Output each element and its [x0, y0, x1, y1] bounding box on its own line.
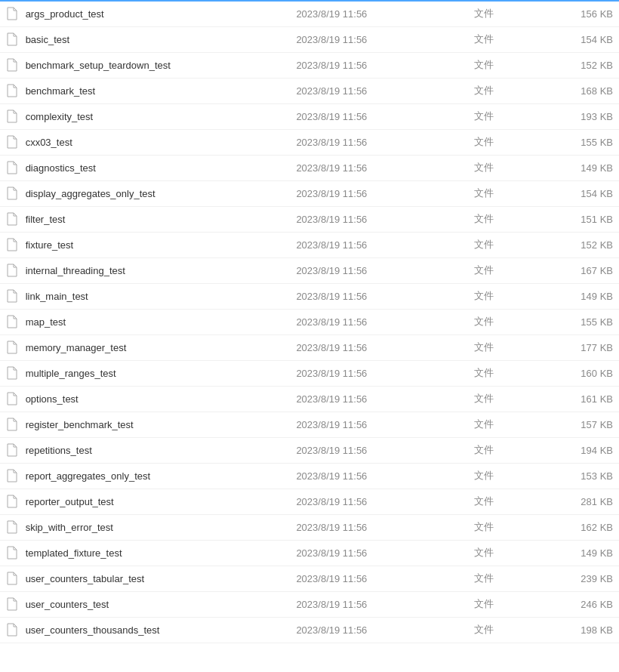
table-row[interactable]: user_counters_tabular_test 2023/8/19 11:… [0, 566, 619, 591]
table-row[interactable]: skip_with_error_test 2023/8/19 11:56 文件 … [0, 514, 619, 540]
file-icon [6, 341, 18, 354]
table-row[interactable]: templated_fixture_test 2023/8/19 11:56 文… [0, 540, 619, 566]
file-size: 157 KB [522, 412, 619, 437]
table-row[interactable]: display_aggregates_only_test 2023/8/19 1… [0, 180, 619, 206]
file-size: 152 KB [522, 232, 619, 257]
file-name: register_benchmark_test [26, 419, 134, 430]
file-icon [6, 186, 18, 200]
table-row[interactable]: basic_test 2023/8/19 11:56 文件 154 KB [0, 26, 619, 52]
table-row[interactable]: map_test 2023/8/19 11:56 文件 155 KB [0, 309, 619, 334]
file-name-cell: map_test [0, 309, 290, 334]
table-row[interactable]: options_test 2023/8/19 11:56 文件 161 KB [0, 386, 619, 412]
file-name: reporter_output_test [26, 496, 114, 507]
file-date: 2023/8/19 11:56 [290, 129, 445, 155]
file-size: 154 KB [522, 180, 619, 206]
table-row[interactable]: multiple_ranges_test 2023/8/19 11:56 文件 … [0, 360, 619, 386]
file-type: 文件 [445, 78, 522, 103]
file-size: 154 KB [522, 26, 619, 52]
table-row[interactable]: benchmark_test 2023/8/19 11:56 文件 168 KB [0, 78, 619, 103]
file-name: user_counters_test [26, 599, 109, 610]
file-name-cell: benchmark_setup_teardown_test [0, 52, 290, 78]
file-name-cell: diagnostics_test [0, 155, 290, 180]
file-icon [6, 366, 18, 380]
file-name-cell: user_counters_thousands_test [0, 617, 290, 643]
table-row[interactable]: filter_test 2023/8/19 11:56 文件 151 KB [0, 206, 619, 232]
file-icon [6, 495, 18, 508]
table-row[interactable]: memory_manager_test 2023/8/19 11:56 文件 1… [0, 334, 619, 360]
file-name: map_test [26, 316, 66, 328]
file-name: memory_manager_test [26, 342, 127, 353]
file-name: cxx03_test [26, 137, 72, 148]
file-name: fixture_test [26, 239, 74, 251]
file-type: 文件 [445, 360, 522, 386]
file-date: 2023/8/19 11:56 [290, 206, 445, 232]
file-date: 2023/8/19 11:56 [290, 463, 445, 489]
file-type: 文件 [445, 206, 522, 232]
file-size: 155 KB [522, 129, 619, 155]
file-date: 2023/8/19 11:56 [290, 412, 445, 437]
table-row[interactable]: user_counters_thousands_test 2023/8/19 1… [0, 617, 619, 643]
file-date: 2023/8/19 11:56 [290, 617, 445, 643]
file-size: 162 KB [522, 514, 619, 540]
file-name-cell: fixture_test [0, 232, 290, 257]
file-date: 2023/8/19 11:56 [290, 155, 445, 180]
file-date: 2023/8/19 11:56 [290, 1, 445, 26]
file-name-cell: report_aggregates_only_test [0, 463, 290, 489]
file-date: 2023/8/19 11:56 [290, 386, 445, 412]
table-row[interactable]: cxx03_test 2023/8/19 11:56 文件 155 KB [0, 129, 619, 155]
table-row[interactable]: diagnostics_test 2023/8/19 11:56 文件 149 … [0, 155, 619, 180]
table-row[interactable]: complexity_test 2023/8/19 11:56 文件 193 K… [0, 103, 619, 129]
file-name-cell: link_main_test [0, 283, 290, 309]
table-row[interactable]: register_benchmark_test 2023/8/19 11:56 … [0, 412, 619, 437]
file-icon [6, 520, 18, 534]
file-list: args_product_test 2023/8/19 11:56 文件 156… [0, 0, 619, 643]
file-type: 文件 [445, 489, 522, 514]
file-name-cell: options_test [0, 386, 290, 412]
file-name: skip_with_error_test [26, 522, 113, 533]
file-type: 文件 [445, 129, 522, 155]
table-row[interactable]: benchmark_setup_teardown_test 2023/8/19 … [0, 52, 619, 78]
file-type: 文件 [445, 155, 522, 180]
file-date: 2023/8/19 11:56 [290, 334, 445, 360]
file-type: 文件 [445, 232, 522, 257]
file-size: 151 KB [522, 206, 619, 232]
file-icon [6, 469, 18, 482]
file-icon [6, 623, 18, 637]
file-type: 文件 [445, 103, 522, 129]
file-name-cell: skip_with_error_test [0, 514, 290, 540]
file-type: 文件 [445, 309, 522, 334]
file-name: complexity_test [26, 111, 94, 122]
file-date: 2023/8/19 11:56 [290, 514, 445, 540]
file-icon [6, 238, 18, 251]
file-type: 文件 [445, 591, 522, 617]
file-name: diagnostics_test [26, 162, 96, 174]
file-icon [6, 58, 18, 72]
file-icon [6, 161, 18, 174]
file-type: 文件 [445, 52, 522, 78]
file-name-cell: user_counters_tabular_test [0, 566, 290, 591]
file-size: 246 KB [522, 591, 619, 617]
table-row[interactable]: repetitions_test 2023/8/19 11:56 文件 194 … [0, 437, 619, 463]
file-size: 155 KB [522, 309, 619, 334]
file-size: 152 KB [522, 52, 619, 78]
file-size: 281 KB [522, 489, 619, 514]
table-row[interactable]: fixture_test 2023/8/19 11:56 文件 152 KB [0, 232, 619, 257]
table-row[interactable]: report_aggregates_only_test 2023/8/19 11… [0, 463, 619, 489]
table-row[interactable]: link_main_test 2023/8/19 11:56 文件 149 KB [0, 283, 619, 309]
table-row[interactable]: internal_threading_test 2023/8/19 11:56 … [0, 257, 619, 283]
file-date: 2023/8/19 11:56 [290, 309, 445, 334]
file-icon [6, 32, 18, 46]
table-row[interactable]: user_counters_test 2023/8/19 11:56 文件 24… [0, 591, 619, 617]
file-name: benchmark_test [26, 85, 96, 97]
file-icon [6, 572, 18, 585]
file-type: 文件 [445, 412, 522, 437]
file-name: report_aggregates_only_test [26, 470, 151, 482]
file-type: 文件 [445, 334, 522, 360]
file-name: options_test [26, 393, 79, 405]
file-name: repetitions_test [26, 445, 92, 456]
table-row[interactable]: reporter_output_test 2023/8/19 11:56 文件 … [0, 489, 619, 514]
table-row[interactable]: args_product_test 2023/8/19 11:56 文件 156… [0, 1, 619, 26]
file-name: user_counters_thousands_test [26, 624, 160, 636]
file-date: 2023/8/19 11:56 [290, 103, 445, 129]
file-icon [6, 109, 18, 123]
